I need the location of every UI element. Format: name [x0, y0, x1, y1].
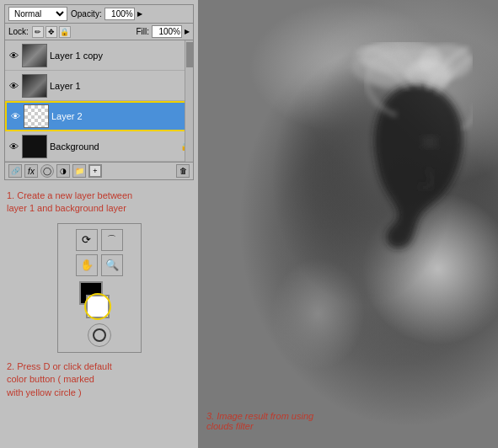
fill-label: Fill: [136, 27, 149, 36]
visibility-icon-layer1[interactable]: 👁 [8, 80, 19, 92]
ellipse-tool-inner [93, 328, 106, 342]
layers-top-bar: Normal Multiply Screen Opacity: ▶ [5, 5, 193, 24]
layers-panel: Normal Multiply Screen Opacity: ▶ Lock: … [4, 4, 194, 180]
layers-second-bar: Lock: ✏ ✥ 🔒 Fill: ▶ [5, 24, 193, 40]
step2-instruction: 2. Press D or click default color button… [7, 360, 191, 399]
right-image-panel: 3. Image result from using clouds filter [198, 0, 498, 448]
ellipse-tool[interactable] [88, 323, 111, 347]
lock-all-icon[interactable]: 🔒 [59, 26, 71, 38]
visibility-icon-background[interactable]: 👁 [8, 141, 19, 152]
face-silhouette [329, 42, 473, 278]
layers-items-container: 👁 Layer 1 copy 👁 Layer 1 👁 Layer 2 👁 [5, 40, 193, 162]
thumb-background [22, 135, 47, 158]
hand-tool[interactable]: ✋ [76, 254, 98, 276]
step3-caption: 3. Image result from using clouds filter [206, 411, 313, 431]
fill-input[interactable] [152, 25, 182, 38]
new-layer-icon[interactable]: + [88, 164, 102, 178]
layer-item-layer1[interactable]: 👁 Layer 1 [5, 71, 193, 101]
layer-item-layer1copy[interactable]: 👁 Layer 1 copy [5, 40, 193, 71]
lock-move-icon[interactable]: ✥ [46, 26, 57, 38]
visibility-icon-layer2[interactable]: 👁 [9, 110, 21, 122]
opacity-row: Opacity: ▶ [71, 8, 142, 20]
add-mask-icon[interactable]: ◯ [40, 164, 54, 178]
visibility-icon-layer1copy[interactable]: 👁 [8, 50, 19, 61]
color-swatches [79, 281, 120, 318]
fx-icon[interactable]: fx [24, 164, 38, 178]
fill-row: Fill: ▶ [136, 25, 190, 38]
layer-name-layer1copy: Layer 1 copy [50, 51, 190, 61]
step1-instruction: 1. Create a new layer between layer 1 an… [7, 189, 191, 216]
opacity-arrow[interactable]: ▶ [137, 10, 142, 18]
adjustment-layer-icon[interactable]: ◑ [56, 164, 70, 178]
lock-label: Lock: [8, 27, 29, 36]
link-layers-icon[interactable]: 🔗 [8, 164, 22, 178]
opacity-label: Opacity: [71, 9, 102, 19]
thumb-layer2 [24, 104, 49, 128]
scrollbar-thumb [186, 42, 193, 67]
layer-name-layer1: Layer 1 [50, 81, 190, 91]
lasso-tool[interactable]: ⟳ [76, 229, 98, 251]
svg-point-5 [420, 136, 438, 148]
tools-panel: ⟳ ⌒ ✋ 🔍 [57, 223, 142, 353]
layers-bottom-bar: 🔗 fx ◯ ◑ 📁 + 🗑 [5, 162, 193, 179]
zoom-tool[interactable]: 🔍 [101, 254, 123, 276]
lock-pixels-icon[interactable]: ✏ [32, 26, 44, 38]
background-color[interactable] [86, 295, 110, 318]
delete-layer-icon[interactable]: 🗑 [176, 164, 190, 178]
thumb-layer1copy [22, 44, 47, 67]
new-group-icon[interactable]: 📁 [72, 164, 86, 178]
layer-name-layer2: Layer 2 [51, 111, 189, 121]
polygonal-lasso-tool[interactable]: ⌒ [101, 229, 123, 251]
opacity-input[interactable] [104, 8, 135, 20]
blend-mode-select[interactable]: Normal Multiply Screen [8, 7, 67, 21]
layers-scrollbar[interactable] [185, 40, 193, 162]
tools-row-1: ⟳ ⌒ [76, 229, 123, 251]
lock-icons: ✏ ✥ 🔒 [32, 26, 71, 38]
layer-item-layer2[interactable]: 👁 Layer 2 [5, 101, 193, 131]
thumb-layer1 [22, 74, 47, 98]
tools-row-2: ✋ 🔍 [76, 254, 123, 276]
layer-item-background[interactable]: 👁 Background 🔒 [5, 131, 193, 162]
fill-arrow[interactable]: ▶ [185, 28, 190, 35]
left-panel: Normal Multiply Screen Opacity: ▶ Lock: … [0, 0, 198, 448]
layer-name-background: Background [50, 141, 178, 152]
